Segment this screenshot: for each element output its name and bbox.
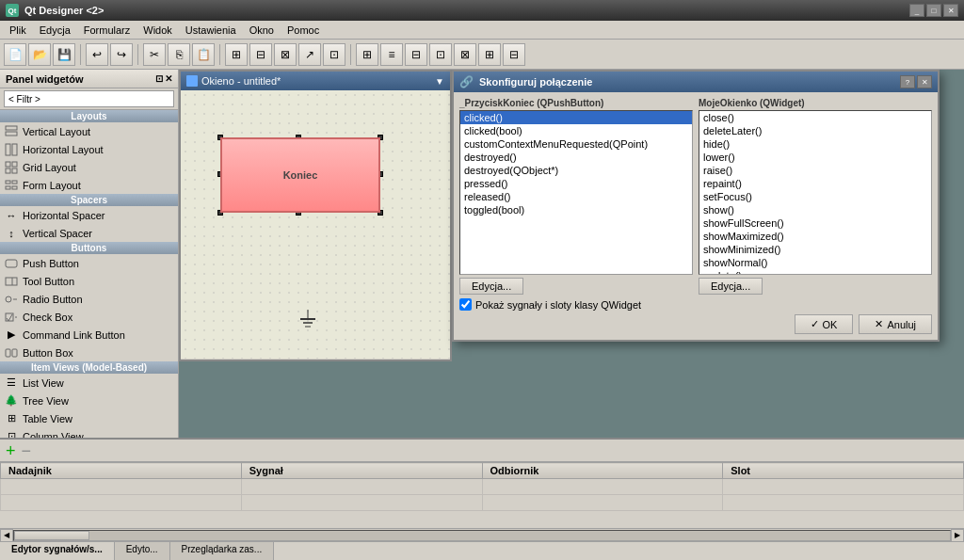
signal-item-destroyed[interactable]: destroyed() — [460, 151, 692, 164]
widget-tree-view[interactable]: 🌲 Tree View — [0, 392, 178, 409]
menu-okno[interactable]: Okno — [244, 23, 280, 38]
widget-radio-button[interactable]: Radio Button — [0, 290, 178, 308]
widget-tool-button[interactable]: Tool Button — [0, 272, 178, 290]
connections-header: + − — [0, 440, 964, 462]
menu-plik[interactable]: Plik — [4, 23, 32, 38]
close-button[interactable]: ✕ — [943, 4, 958, 17]
new-button[interactable]: 📄 — [4, 43, 26, 66]
tool-button-icon — [4, 274, 19, 289]
widget-list-view[interactable]: ☰ List View — [0, 374, 178, 392]
dest-edit-button[interactable]: Edycja... — [699, 278, 763, 295]
widget-vertical-spacer[interactable]: ↕ Vertical Spacer — [0, 224, 178, 242]
hscrollbar-thumb[interactable] — [14, 531, 89, 540]
undo-button[interactable]: ↩ — [86, 43, 108, 66]
layout3-button[interactable]: ⊠ — [274, 43, 297, 66]
form-close-button[interactable]: ▼ — [435, 76, 444, 87]
menu-pomoc[interactable]: Pomoc — [281, 23, 325, 38]
source-edit-button[interactable]: Edycja... — [459, 278, 523, 295]
paste-button[interactable]: 📋 — [192, 43, 215, 66]
panel-undock-icon[interactable]: ⊡ — [155, 73, 163, 84]
svg-rect-0 — [6, 126, 17, 130]
slot-item-showfullscreen[interactable]: showFullScreen() — [699, 216, 931, 230]
hscroll-left-button[interactable]: ◀ — [0, 529, 13, 542]
signal-item-pressed[interactable]: pressed() — [460, 177, 692, 190]
slot-item-setfocus[interactable]: setFocus() — [699, 190, 931, 203]
slot-item-close[interactable]: close() — [699, 111, 931, 124]
dest-slot-list[interactable]: close() deleteLater() hide() lower() rai… — [699, 110, 932, 275]
layout5-button[interactable]: ⊡ — [323, 43, 345, 66]
signal-item-destroyed-qobj[interactable]: destroyed(QObject*) — [460, 164, 692, 177]
button-box-icon — [4, 345, 19, 360]
slot-item-shownormal[interactable]: showNormal() — [699, 256, 931, 269]
widget-vertical-layout[interactable]: Vertical Layout — [0, 122, 178, 140]
widget-check-box-label: Check Box — [23, 312, 72, 323]
widget-horizontal-layout[interactable]: Horizontal Layout — [0, 140, 178, 158]
slot-item-update[interactable]: update() — [699, 269, 931, 275]
filter-input[interactable] — [4, 90, 174, 107]
tool8-button[interactable]: ⊟ — [405, 43, 427, 66]
layout1-button[interactable]: ⊞ — [225, 43, 248, 66]
slot-item-showmaximized[interactable]: showMaximized() — [699, 230, 931, 243]
signal-item-released[interactable]: released() — [460, 190, 692, 203]
widget-form-layout[interactable]: Form Layout — [0, 176, 178, 194]
widget-check-box[interactable]: Check Box — [0, 308, 178, 326]
tool10-button[interactable]: ⊠ — [454, 43, 476, 66]
slot-item-deletelater[interactable]: deleteLater() — [699, 124, 931, 137]
slot-item-show[interactable]: show() — [699, 203, 931, 216]
cut-button[interactable]: ✂ — [143, 43, 166, 66]
open-button[interactable]: 📂 — [28, 43, 51, 66]
layout4-button[interactable]: ↗ — [298, 43, 321, 66]
form-canvas[interactable]: Koniec — [181, 90, 450, 359]
signal-item-toggled[interactable]: toggled(bool) — [460, 203, 692, 216]
widget-table-view[interactable]: ⊞ Table View — [0, 409, 178, 427]
minimize-button[interactable]: _ — [909, 4, 924, 17]
signal-item-clicked[interactable]: clicked() — [460, 111, 692, 124]
menu-ustawienia[interactable]: Ustawienia — [180, 23, 242, 38]
tool12-button[interactable]: ⊟ — [503, 43, 525, 66]
widget-command-link-button[interactable]: ▶ Command Link Button — [0, 326, 178, 344]
source-signal-list[interactable]: clicked() clicked(bool) customContextMen… — [459, 110, 693, 275]
tab-browser[interactable]: Przeglądarka zas... — [170, 542, 275, 560]
tool9-button[interactable]: ⊡ — [429, 43, 452, 66]
add-connection-button[interactable]: + — [6, 442, 16, 459]
copy-button[interactable]: ⎘ — [168, 43, 190, 66]
dialog-close-button[interactable]: ✕ — [917, 75, 932, 88]
menu-widok[interactable]: Widok — [137, 23, 178, 38]
button-widget[interactable]: Koniec — [220, 137, 380, 213]
menu-formularz[interactable]: Formularz — [78, 23, 137, 38]
config-dialog: 🔗 Skonfiguruj połączenie ? ✕ _PrzyciskKo… — [452, 70, 940, 342]
slot-item-hide[interactable]: hide() — [699, 137, 931, 151]
tool11-button[interactable]: ⊞ — [478, 43, 501, 66]
redo-button[interactable]: ↪ — [110, 43, 133, 66]
widget-push-button-label: Push Button — [23, 258, 79, 269]
widget-push-button[interactable]: Push Button — [0, 254, 178, 272]
slot-item-lower[interactable]: lower() — [699, 151, 931, 164]
category-spacers: Spacers — [0, 194, 178, 206]
slot-item-showminimized[interactable]: showMinimized() — [699, 243, 931, 256]
cancel-button[interactable]: ✕ Anuluj — [859, 314, 932, 334]
tool7-button[interactable]: ≡ — [380, 43, 403, 66]
widget-grid-layout[interactable]: Grid Layout — [0, 158, 178, 176]
category-buttons: Buttons — [0, 242, 178, 254]
slot-item-repaint[interactable]: repaint() — [699, 177, 931, 190]
hscrollbar-track[interactable] — [13, 530, 951, 541]
signal-item-clicked-bool[interactable]: clicked(bool) — [460, 124, 692, 137]
menu-edycja[interactable]: Edycja — [34, 23, 76, 38]
dialog-help-button[interactable]: ? — [900, 75, 915, 88]
maximize-button[interactable]: □ — [926, 4, 941, 17]
tab-signal-editor[interactable]: Edytor sygnałów/s... — [0, 542, 115, 560]
horizontal-spacer-icon: ↔ — [4, 208, 19, 223]
layout2-button[interactable]: ⊟ — [249, 43, 272, 66]
widget-button-box[interactable]: Button Box — [0, 344, 178, 361]
delete-connection-button[interactable]: − — [22, 442, 32, 459]
ok-button[interactable]: ✓ OK — [795, 314, 854, 334]
panel-close-icon[interactable]: ✕ — [165, 73, 172, 84]
signal-item-contextmenu[interactable]: customContextMenuRequested(QPoint) — [460, 137, 692, 151]
tab-editor[interactable]: Edyto... — [115, 542, 170, 560]
slot-item-raise[interactable]: raise() — [699, 164, 931, 177]
show-qwidget-checkbox[interactable] — [459, 298, 472, 311]
tool6-button[interactable]: ⊞ — [356, 43, 378, 66]
save-button[interactable]: 💾 — [53, 43, 75, 66]
hscroll-right-button[interactable]: ▶ — [951, 529, 964, 542]
widget-horizontal-spacer[interactable]: ↔ Horizontal Spacer — [0, 206, 178, 224]
